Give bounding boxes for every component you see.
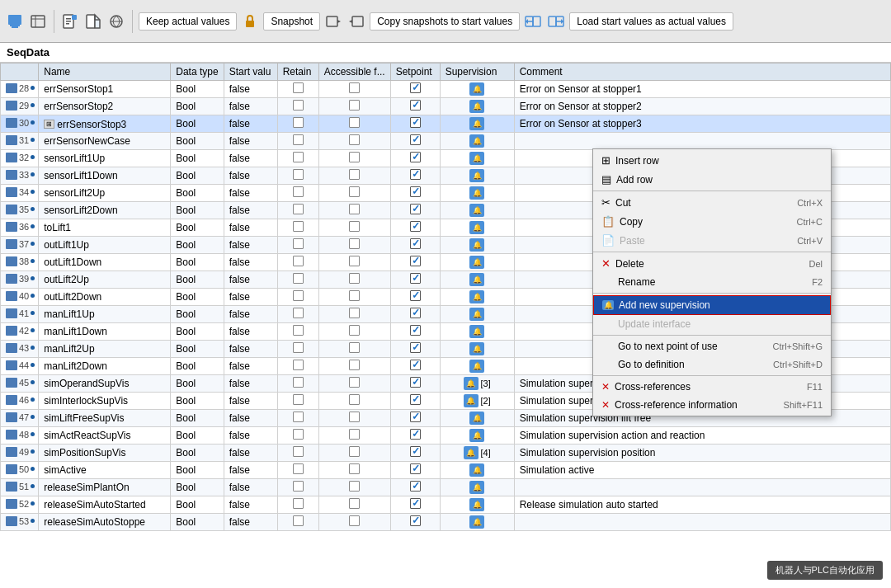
accessible-empty[interactable] bbox=[349, 429, 360, 440]
copy-snapshot-button[interactable]: Copy snapshots to start values bbox=[370, 12, 520, 31]
toolbar-icon-2[interactable] bbox=[28, 12, 48, 31]
table-row[interactable]: 49 simPositionSupVisBoolfalse 🔔 [4] Simu… bbox=[1, 445, 891, 462]
context-menu-item[interactable]: ✕ Delete Del bbox=[593, 254, 831, 273]
toolbar-icon-5[interactable] bbox=[106, 12, 126, 31]
context-menu-item[interactable]: ✕ Cross-references F11 bbox=[593, 378, 831, 396]
accessible-empty[interactable] bbox=[349, 394, 360, 405]
context-menu-item[interactable]: 🔔 Add new supervision bbox=[593, 295, 831, 315]
setpoint-checked[interactable] bbox=[410, 394, 421, 405]
setpoint-checked[interactable] bbox=[410, 204, 421, 214]
setpoint-checked[interactable] bbox=[410, 290, 421, 301]
retain-empty[interactable] bbox=[293, 221, 304, 232]
retain-empty[interactable] bbox=[293, 186, 304, 197]
table-row[interactable]: 51 releaseSimPlantOnBoolfalse 🔔 bbox=[1, 479, 891, 496]
retain-empty[interactable] bbox=[293, 481, 304, 492]
accessible-empty[interactable] bbox=[349, 186, 360, 197]
table-row[interactable]: 29 errSensorStop2Boolfalse 🔔 Error on Se… bbox=[1, 98, 891, 115]
retain-empty[interactable] bbox=[293, 394, 304, 405]
setpoint-checked[interactable] bbox=[410, 117, 421, 128]
context-menu-item[interactable]: ⊞ Insert row bbox=[593, 151, 831, 170]
accessible-empty[interactable] bbox=[349, 463, 360, 474]
setpoint-checked[interactable] bbox=[410, 429, 421, 440]
context-menu-item[interactable]: 📋 Copy Ctrl+C bbox=[593, 212, 831, 231]
retain-empty[interactable] bbox=[293, 429, 304, 440]
retain-empty[interactable] bbox=[293, 342, 304, 353]
accessible-empty[interactable] bbox=[349, 342, 360, 353]
accessible-empty[interactable] bbox=[349, 273, 360, 284]
setpoint-checked[interactable] bbox=[410, 152, 421, 162]
setpoint-checked[interactable] bbox=[410, 446, 421, 457]
accessible-empty[interactable] bbox=[349, 169, 360, 180]
retain-empty[interactable] bbox=[293, 515, 304, 526]
table-row[interactable]: 53 releaseSimAutoStoppeBoolfalse 🔔 bbox=[1, 514, 891, 531]
retain-empty[interactable] bbox=[293, 256, 304, 266]
retain-empty[interactable] bbox=[293, 134, 304, 145]
accessible-empty[interactable] bbox=[349, 481, 360, 492]
toolbar-icon-1[interactable] bbox=[5, 12, 25, 31]
accessible-empty[interactable] bbox=[349, 100, 360, 111]
context-menu-item[interactable]: ✂ Cut Ctrl+X bbox=[593, 193, 831, 212]
snapshot-icon-1[interactable] bbox=[323, 12, 343, 31]
accessible-empty[interactable] bbox=[349, 446, 360, 457]
context-menu-item[interactable]: Rename F2 bbox=[593, 273, 831, 291]
retain-empty[interactable] bbox=[293, 169, 304, 180]
setpoint-checked[interactable] bbox=[410, 463, 421, 474]
setpoint-checked[interactable] bbox=[410, 134, 421, 145]
accessible-empty[interactable] bbox=[349, 82, 360, 93]
retain-empty[interactable] bbox=[293, 273, 304, 284]
setpoint-checked[interactable] bbox=[410, 325, 421, 336]
accessible-empty[interactable] bbox=[349, 377, 360, 388]
snapshot-button[interactable]: Snapshot bbox=[263, 12, 320, 31]
toolbar-icon-4[interactable] bbox=[83, 12, 103, 31]
table-row[interactable]: 30 ⊞ errSensorStop3 Boolfalse 🔔 Error on… bbox=[1, 115, 891, 133]
retain-empty[interactable] bbox=[293, 463, 304, 474]
setpoint-checked[interactable] bbox=[410, 515, 421, 526]
keep-actual-button[interactable]: Keep actual values bbox=[139, 12, 237, 31]
snapshot-icon-2[interactable] bbox=[346, 12, 366, 31]
accessible-empty[interactable] bbox=[349, 256, 360, 266]
context-menu-item[interactable]: Go to definition Ctrl+Shift+D bbox=[593, 355, 831, 374]
accessible-empty[interactable] bbox=[349, 308, 360, 318]
retain-empty[interactable] bbox=[293, 100, 304, 111]
accessible-empty[interactable] bbox=[349, 152, 360, 162]
setpoint-checked[interactable] bbox=[410, 377, 421, 388]
retain-empty[interactable] bbox=[293, 446, 304, 457]
accessible-empty[interactable] bbox=[349, 412, 360, 422]
accessible-empty[interactable] bbox=[349, 360, 360, 370]
setpoint-checked[interactable] bbox=[410, 82, 421, 93]
setpoint-checked[interactable] bbox=[410, 360, 421, 370]
accessible-empty[interactable] bbox=[349, 221, 360, 232]
retain-empty[interactable] bbox=[293, 360, 304, 370]
setpoint-checked[interactable] bbox=[410, 273, 421, 284]
retain-empty[interactable] bbox=[293, 412, 304, 422]
accessible-empty[interactable] bbox=[349, 515, 360, 526]
toolbar-icon-3[interactable] bbox=[60, 12, 80, 31]
setpoint-checked[interactable] bbox=[410, 186, 421, 197]
retain-empty[interactable] bbox=[293, 308, 304, 318]
retain-empty[interactable] bbox=[293, 498, 304, 509]
table-row[interactable]: 50 simActiveBoolfalse 🔔 Simulation activ… bbox=[1, 462, 891, 479]
context-menu-item[interactable]: ▤ Add row bbox=[593, 170, 831, 189]
retain-empty[interactable] bbox=[293, 325, 304, 336]
lock-icon[interactable] bbox=[240, 12, 260, 31]
table-row[interactable]: 28 errSensorStop1Boolfalse 🔔 Error on Se… bbox=[1, 81, 891, 98]
setpoint-checked[interactable] bbox=[410, 412, 421, 422]
retain-empty[interactable] bbox=[293, 204, 304, 214]
setpoint-checked[interactable] bbox=[410, 342, 421, 353]
setpoint-checked[interactable] bbox=[410, 169, 421, 180]
setpoint-checked[interactable] bbox=[410, 498, 421, 509]
table-row[interactable]: 48 simActReactSupVisBoolfalse 🔔 Simulati… bbox=[1, 427, 891, 445]
setpoint-checked[interactable] bbox=[410, 221, 421, 232]
retain-empty[interactable] bbox=[293, 238, 304, 249]
retain-empty[interactable] bbox=[293, 377, 304, 388]
table-row[interactable]: 52 releaseSimAutoStartedBoolfalse 🔔 Rele… bbox=[1, 496, 891, 514]
context-menu-item[interactable]: ✕ Cross-reference information Shift+F11 bbox=[593, 396, 831, 414]
accessible-empty[interactable] bbox=[349, 204, 360, 214]
accessible-empty[interactable] bbox=[349, 134, 360, 145]
table-row[interactable]: 31 errSensorNewCaseBoolfalse 🔔 bbox=[1, 133, 891, 150]
accessible-empty[interactable] bbox=[349, 325, 360, 336]
copy-icon-right[interactable] bbox=[546, 12, 566, 31]
context-menu-item[interactable]: Go to next point of use Ctrl+Shift+G bbox=[593, 337, 831, 355]
accessible-empty[interactable] bbox=[349, 498, 360, 509]
retain-empty[interactable] bbox=[293, 82, 304, 93]
